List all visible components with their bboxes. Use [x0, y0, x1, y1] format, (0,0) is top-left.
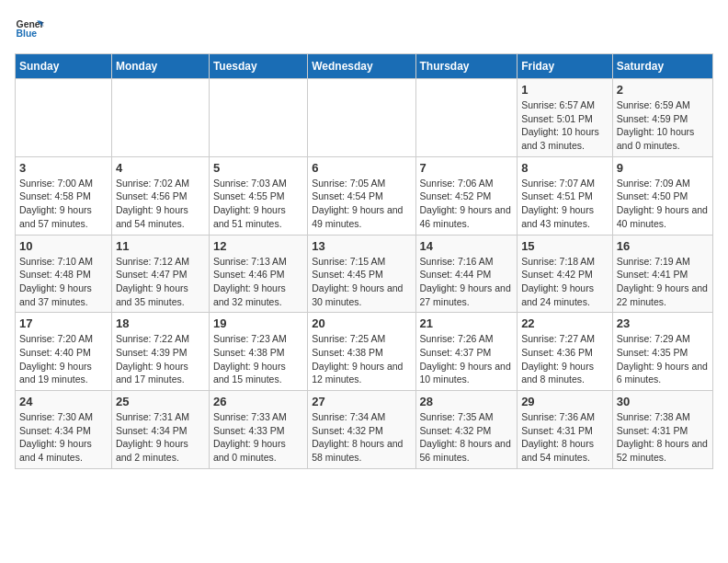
calendar-cell: 25Sunrise: 7:31 AMSunset: 4:34 PMDayligh… — [111, 391, 209, 469]
calendar-cell: 26Sunrise: 7:33 AMSunset: 4:33 PMDayligh… — [209, 391, 307, 469]
day-info: Sunrise: 7:30 AMSunset: 4:34 PMDaylight:… — [19, 410, 108, 465]
calendar-cell: 27Sunrise: 7:34 AMSunset: 4:32 PMDayligh… — [308, 391, 415, 469]
day-info: Sunrise: 7:13 AMSunset: 4:46 PMDaylight:… — [213, 255, 303, 309]
logo: General Blue — [15, 15, 44, 44]
calendar-week-3: 17Sunrise: 7:20 AMSunset: 4:40 PMDayligh… — [16, 313, 713, 391]
day-number: 12 — [213, 239, 303, 253]
day-info: Sunrise: 7:10 AMSunset: 4:48 PMDaylight:… — [19, 255, 108, 309]
day-number: 24 — [19, 395, 108, 408]
day-number: 30 — [617, 395, 709, 408]
day-number: 10 — [19, 239, 108, 253]
calendar-week-1: 3Sunrise: 7:00 AMSunset: 4:58 PMDaylight… — [16, 156, 713, 235]
weekday-header-wednesday: Wednesday — [308, 54, 415, 79]
header: General Blue — [15, 15, 713, 44]
calendar-cell: 1Sunrise: 6:57 AMSunset: 5:01 PMDaylight… — [518, 79, 613, 157]
calendar-cell: 10Sunrise: 7:10 AMSunset: 4:48 PMDayligh… — [16, 235, 112, 313]
day-info: Sunrise: 7:22 AMSunset: 4:39 PMDaylight:… — [116, 332, 205, 386]
weekday-header-sunday: Sunday — [16, 54, 112, 79]
day-info: Sunrise: 7:12 AMSunset: 4:47 PMDaylight:… — [116, 255, 205, 309]
day-info: Sunrise: 7:20 AMSunset: 4:40 PMDaylight:… — [19, 332, 108, 386]
calendar-body: 1Sunrise: 6:57 AMSunset: 5:01 PMDaylight… — [16, 79, 713, 469]
calendar-cell — [209, 79, 307, 157]
day-info: Sunrise: 6:57 AMSunset: 5:01 PMDaylight:… — [521, 98, 609, 153]
day-number: 16 — [617, 239, 709, 253]
day-info: Sunrise: 7:33 AMSunset: 4:33 PMDaylight:… — [213, 410, 303, 465]
day-info: Sunrise: 7:19 AMSunset: 4:41 PMDaylight:… — [617, 255, 709, 309]
weekday-header-monday: Monday — [111, 54, 209, 79]
day-info: Sunrise: 7:03 AMSunset: 4:55 PMDaylight:… — [213, 177, 303, 231]
day-number: 13 — [312, 239, 411, 253]
day-number: 11 — [116, 239, 205, 253]
calendar-week-2: 10Sunrise: 7:10 AMSunset: 4:48 PMDayligh… — [16, 235, 713, 313]
day-info: Sunrise: 7:00 AMSunset: 4:58 PMDaylight:… — [19, 177, 108, 231]
calendar-cell: 13Sunrise: 7:15 AMSunset: 4:45 PMDayligh… — [308, 235, 415, 313]
day-number: 3 — [19, 161, 108, 175]
calendar-cell — [308, 79, 415, 157]
day-number: 9 — [617, 161, 709, 175]
svg-text:Blue: Blue — [17, 29, 38, 39]
weekday-header-thursday: Thursday — [415, 54, 518, 79]
calendar-table: SundayMondayTuesdayWednesdayThursdayFrid… — [15, 53, 713, 469]
day-info: Sunrise: 6:59 AMSunset: 4:59 PMDaylight:… — [617, 98, 709, 153]
day-number: 4 — [116, 161, 205, 175]
calendar-cell: 29Sunrise: 7:36 AMSunset: 4:31 PMDayligh… — [518, 391, 613, 469]
calendar-cell — [415, 79, 518, 157]
day-info: Sunrise: 7:23 AMSunset: 4:38 PMDaylight:… — [213, 332, 303, 386]
day-number: 6 — [312, 161, 411, 175]
calendar-cell — [111, 79, 209, 157]
day-info: Sunrise: 7:31 AMSunset: 4:34 PMDaylight:… — [116, 410, 205, 465]
calendar-cell: 14Sunrise: 7:16 AMSunset: 4:44 PMDayligh… — [415, 235, 518, 313]
day-number: 27 — [312, 395, 411, 408]
calendar-cell: 4Sunrise: 7:02 AMSunset: 4:56 PMDaylight… — [111, 156, 209, 235]
day-info: Sunrise: 7:38 AMSunset: 4:31 PMDaylight:… — [617, 410, 709, 465]
day-info: Sunrise: 7:16 AMSunset: 4:44 PMDaylight:… — [420, 255, 514, 309]
day-info: Sunrise: 7:02 AMSunset: 4:56 PMDaylight:… — [116, 177, 205, 231]
calendar-cell: 28Sunrise: 7:35 AMSunset: 4:32 PMDayligh… — [415, 391, 518, 469]
calendar-cell: 18Sunrise: 7:22 AMSunset: 4:39 PMDayligh… — [111, 313, 209, 391]
weekday-header-saturday: Saturday — [612, 54, 712, 79]
day-number: 22 — [521, 316, 609, 330]
logo-icon: General Blue — [15, 15, 44, 44]
day-info: Sunrise: 7:15 AMSunset: 4:45 PMDaylight:… — [312, 255, 411, 309]
calendar-cell: 23Sunrise: 7:29 AMSunset: 4:35 PMDayligh… — [612, 313, 712, 391]
day-info: Sunrise: 7:18 AMSunset: 4:42 PMDaylight:… — [521, 255, 609, 309]
day-info: Sunrise: 7:09 AMSunset: 4:50 PMDaylight:… — [617, 177, 709, 231]
calendar-cell: 24Sunrise: 7:30 AMSunset: 4:34 PMDayligh… — [16, 391, 112, 469]
calendar-cell: 3Sunrise: 7:00 AMSunset: 4:58 PMDaylight… — [16, 156, 112, 235]
day-info: Sunrise: 7:27 AMSunset: 4:36 PMDaylight:… — [521, 332, 609, 386]
day-number: 20 — [312, 316, 411, 330]
day-number: 28 — [420, 395, 514, 408]
day-number: 15 — [521, 239, 609, 253]
day-number: 17 — [19, 316, 108, 330]
day-number: 7 — [420, 161, 514, 175]
weekday-header-friday: Friday — [518, 54, 613, 79]
day-info: Sunrise: 7:25 AMSunset: 4:38 PMDaylight:… — [312, 332, 411, 386]
day-number: 26 — [213, 395, 303, 408]
calendar-cell: 8Sunrise: 7:07 AMSunset: 4:51 PMDaylight… — [518, 156, 613, 235]
calendar-cell: 12Sunrise: 7:13 AMSunset: 4:46 PMDayligh… — [209, 235, 307, 313]
calendar-cell: 16Sunrise: 7:19 AMSunset: 4:41 PMDayligh… — [612, 235, 712, 313]
calendar-cell: 5Sunrise: 7:03 AMSunset: 4:55 PMDaylight… — [209, 156, 307, 235]
calendar-cell: 19Sunrise: 7:23 AMSunset: 4:38 PMDayligh… — [209, 313, 307, 391]
day-info: Sunrise: 7:29 AMSunset: 4:35 PMDaylight:… — [617, 332, 709, 386]
calendar-cell: 9Sunrise: 7:09 AMSunset: 4:50 PMDaylight… — [612, 156, 712, 235]
calendar-cell — [16, 79, 112, 157]
day-info: Sunrise: 7:07 AMSunset: 4:51 PMDaylight:… — [521, 177, 609, 231]
calendar-cell: 30Sunrise: 7:38 AMSunset: 4:31 PMDayligh… — [612, 391, 712, 469]
day-number: 23 — [617, 316, 709, 330]
day-info: Sunrise: 7:35 AMSunset: 4:32 PMDaylight:… — [420, 410, 514, 465]
day-info: Sunrise: 7:26 AMSunset: 4:37 PMDaylight:… — [420, 332, 514, 386]
day-number: 1 — [521, 83, 609, 97]
day-number: 25 — [116, 395, 205, 408]
calendar-cell: 20Sunrise: 7:25 AMSunset: 4:38 PMDayligh… — [308, 313, 415, 391]
day-number: 5 — [213, 161, 303, 175]
calendar-cell: 11Sunrise: 7:12 AMSunset: 4:47 PMDayligh… — [111, 235, 209, 313]
calendar-cell: 15Sunrise: 7:18 AMSunset: 4:42 PMDayligh… — [518, 235, 613, 313]
day-info: Sunrise: 7:05 AMSunset: 4:54 PMDaylight:… — [312, 177, 411, 231]
calendar-week-0: 1Sunrise: 6:57 AMSunset: 5:01 PMDaylight… — [16, 79, 713, 157]
day-info: Sunrise: 7:06 AMSunset: 4:52 PMDaylight:… — [420, 177, 514, 231]
calendar-week-4: 24Sunrise: 7:30 AMSunset: 4:34 PMDayligh… — [16, 391, 713, 469]
day-info: Sunrise: 7:36 AMSunset: 4:31 PMDaylight:… — [521, 410, 609, 465]
calendar-cell: 7Sunrise: 7:06 AMSunset: 4:52 PMDaylight… — [415, 156, 518, 235]
day-number: 14 — [420, 239, 514, 253]
